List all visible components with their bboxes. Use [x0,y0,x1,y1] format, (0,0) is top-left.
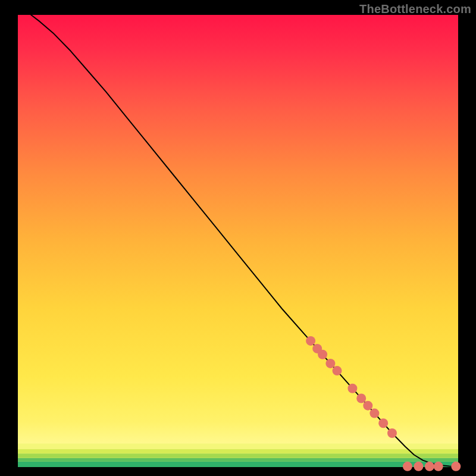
chart-container: TheBottleneck.com [0,0,476,476]
data-point [318,350,327,359]
threshold-band-2 [18,453,458,458]
data-point [387,428,397,438]
threshold-band-4 [18,443,458,449]
data-point [434,462,443,471]
watermark: TheBottleneck.com [359,2,471,16]
data-point [325,359,335,368]
data-point [369,409,379,418]
data-point [451,462,461,471]
data-point [347,384,357,393]
threshold-band-0 [18,462,458,467]
threshold-band-1 [18,458,458,462]
data-point [306,336,315,346]
plot-background [18,15,458,467]
data-point [425,462,434,471]
threshold-band-3 [18,449,458,454]
data-point [378,418,388,428]
data-point [356,393,366,403]
data-point [414,462,423,471]
data-point [363,401,372,411]
data-point [333,366,342,375]
chart-svg [0,0,476,476]
data-point [403,462,412,471]
